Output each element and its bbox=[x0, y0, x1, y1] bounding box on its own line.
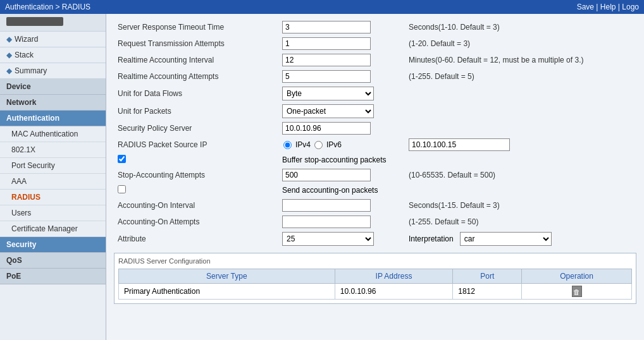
row-unit-data-flows: Unit for Data Flows Byte Kbyte Mbyte bbox=[114, 85, 636, 102]
input-cell-realtime-interval bbox=[278, 52, 405, 68]
radio-row: IPv4 IPv6 bbox=[282, 140, 401, 149]
buffer-checkbox-cell bbox=[114, 153, 278, 167]
accounting-on-interval-input[interactable] bbox=[282, 199, 371, 212]
realtime-interval-input[interactable] bbox=[282, 54, 371, 66]
td-server-type: Primary Authentication bbox=[119, 284, 335, 300]
td-operation: 🗑 bbox=[522, 284, 632, 300]
table-header-row: Server Type IP Address Port Operation bbox=[119, 269, 632, 284]
radius-server-config-title: RADIUS Server Configuration bbox=[118, 257, 632, 265]
logo-link[interactable]: Logo bbox=[622, 3, 639, 11]
hint-realtime-interval: Minutes(0-60. Default = 12, must be a mu… bbox=[405, 52, 636, 68]
sidebar-logo bbox=[0, 14, 106, 32]
sidebar-item-aaa[interactable]: AAA bbox=[0, 174, 106, 190]
main-layout: ◆Wizard ◆Stack ◆Summary Device Network A… bbox=[0, 14, 644, 340]
input-cell-request-transmission bbox=[278, 35, 405, 52]
label-server-response-timeout: Server Response Timeout Time bbox=[114, 19, 278, 35]
sidebar-item-device[interactable]: Device bbox=[0, 79, 106, 95]
interpretation-label: Interpretation bbox=[409, 234, 454, 243]
interpretation-select[interactable]: car vendor bbox=[460, 232, 552, 246]
row-request-transmission: Request Transmission Attempts (1-20. Def… bbox=[114, 35, 636, 52]
th-server-type: Server Type bbox=[119, 269, 335, 284]
radius-server-config-section: RADIUS Server Configuration Server Type … bbox=[114, 253, 636, 304]
attribute-select[interactable]: 25 26 1 bbox=[282, 232, 374, 246]
security-policy-server-input[interactable] bbox=[282, 122, 371, 135]
ipv4-radio[interactable] bbox=[283, 141, 292, 149]
sidebar-item-summary[interactable]: ◆Summary bbox=[0, 63, 106, 79]
input-cell-ip-value bbox=[405, 137, 636, 153]
input-cell-unit-data-flows: Byte Kbyte Mbyte bbox=[278, 85, 405, 102]
sidebar-item-security[interactable]: Security bbox=[0, 237, 106, 253]
row-accounting-on-attempts: Accounting-On Attempts (1-255. Default =… bbox=[114, 214, 636, 230]
label-security-policy-server: Security Policy Server bbox=[114, 120, 278, 137]
input-cell-accounting-on-attempts bbox=[278, 214, 405, 230]
label-request-transmission: Request Transmission Attempts bbox=[114, 35, 278, 52]
th-ip-address: IP Address bbox=[335, 269, 453, 284]
send-accounting-on-checkbox[interactable] bbox=[118, 185, 126, 193]
td-port: 1812 bbox=[453, 284, 522, 300]
row-attribute: Attribute 25 26 1 Interpretation car bbox=[114, 230, 636, 248]
save-link[interactable]: Save bbox=[577, 3, 594, 11]
radius-server-table: Server Type IP Address Port Operation Pr… bbox=[118, 269, 632, 300]
send-accounting-checkbox-cell bbox=[114, 183, 278, 197]
unit-packets-select[interactable]: One-packet Two-packet bbox=[282, 104, 374, 118]
sidebar-item-authentication[interactable]: Authentication bbox=[0, 111, 106, 126]
sidebar-item-stack[interactable]: ◆Stack bbox=[0, 47, 106, 63]
stop-accounting-attempts-input[interactable] bbox=[282, 169, 371, 181]
row-radius-packet-source-ip: RADIUS Packet Source IP IPv4 IPv6 bbox=[114, 137, 636, 153]
label-realtime-attempts: Realtime Accounting Attempts bbox=[114, 68, 278, 85]
row-send-accounting-on: Send accounting-on packets bbox=[114, 183, 636, 197]
help-link[interactable]: Help bbox=[600, 3, 616, 11]
input-cell-server-response-timeout bbox=[278, 19, 405, 35]
form-table: Server Response Timeout Time Seconds(1-1… bbox=[114, 19, 636, 248]
interpretation-cell: Interpretation car vendor bbox=[405, 230, 636, 248]
realtime-attempts-input[interactable] bbox=[282, 70, 371, 83]
sidebar-item-radius[interactable]: RADIUS bbox=[0, 190, 106, 205]
row-buffer-stop-accounting: Buffer stop-accounting packets bbox=[114, 153, 636, 167]
diamond-icon: ◆ bbox=[6, 66, 12, 75]
label-accounting-on-attempts: Accounting-On Attempts bbox=[114, 214, 278, 230]
input-cell-radius-packet-source-ip: IPv4 IPv6 bbox=[278, 137, 405, 153]
sidebar-item-qos[interactable]: QoS bbox=[0, 253, 106, 269]
unit-data-flows-select[interactable]: Byte Kbyte Mbyte bbox=[282, 87, 374, 100]
label-radius-packet-source-ip: RADIUS Packet Source IP bbox=[114, 137, 278, 153]
sidebar: ◆Wizard ◆Stack ◆Summary Device Network A… bbox=[0, 14, 106, 340]
breadcrumb: Authentication > RADIUS bbox=[5, 3, 90, 11]
sidebar-item-poe[interactable]: PoE bbox=[0, 269, 106, 284]
input-cell-stop-accounting-attempts bbox=[278, 167, 405, 183]
ipv6-label: IPv6 bbox=[326, 140, 342, 149]
server-response-timeout-input[interactable] bbox=[282, 21, 371, 33]
row-security-policy-server: Security Policy Server bbox=[114, 120, 636, 137]
sidebar-item-8021x[interactable]: 802.1X bbox=[0, 142, 106, 158]
hint-accounting-on-attempts: (1-255. Default = 50) bbox=[405, 214, 636, 230]
th-operation: Operation bbox=[522, 269, 632, 284]
radius-source-ip-input[interactable] bbox=[409, 138, 510, 151]
sidebar-item-wizard[interactable]: ◆Wizard bbox=[0, 32, 106, 47]
sidebar-item-network[interactable]: Network bbox=[0, 95, 106, 111]
sidebar-item-users[interactable]: Users bbox=[0, 205, 106, 221]
td-ip-address: 10.0.10.96 bbox=[335, 284, 453, 300]
hint-server-response-timeout: Seconds(1-10. Default = 3) bbox=[405, 19, 636, 35]
sidebar-item-mac-auth[interactable]: MAC Authentication bbox=[0, 126, 106, 142]
sidebar-item-cert-manager[interactable]: Certificate Manager bbox=[0, 221, 106, 237]
table-row: Primary Authentication 10.0.10.96 1812 🗑 bbox=[119, 284, 632, 300]
request-transmission-input[interactable] bbox=[282, 37, 371, 50]
input-cell-attribute: 25 26 1 bbox=[278, 230, 405, 248]
input-cell-accounting-on-interval bbox=[278, 197, 405, 214]
ipv6-radio[interactable] bbox=[314, 141, 323, 149]
input-cell-realtime-attempts bbox=[278, 68, 405, 85]
top-bar: Authentication > RADIUS Save | Help | Lo… bbox=[0, 0, 644, 14]
input-cell-unit-packets: One-packet Two-packet bbox=[278, 102, 405, 120]
label-attribute: Attribute bbox=[114, 230, 278, 248]
diamond-icon: ◆ bbox=[6, 35, 12, 44]
label-unit-data-flows: Unit for Data Flows bbox=[114, 85, 278, 102]
hint-realtime-attempts: (1-255. Default = 5) bbox=[405, 68, 636, 85]
input-cell-security-policy-server bbox=[278, 120, 405, 137]
send-accounting-label-cell: Send accounting-on packets bbox=[278, 183, 636, 197]
accounting-on-attempts-input[interactable] bbox=[282, 216, 371, 228]
row-realtime-attempts: Realtime Accounting Attempts (1-255. Def… bbox=[114, 68, 636, 85]
sidebar-item-port-security[interactable]: Port Security bbox=[0, 158, 106, 174]
row-stop-accounting-attempts: Stop-Accounting Attempts (10-65535. Defa… bbox=[114, 167, 636, 183]
buffer-stop-accounting-checkbox[interactable] bbox=[118, 155, 126, 163]
hint-stop-accounting-attempts: (10-65535. Default = 500) bbox=[405, 167, 636, 183]
delete-button[interactable]: 🗑 bbox=[572, 286, 582, 297]
